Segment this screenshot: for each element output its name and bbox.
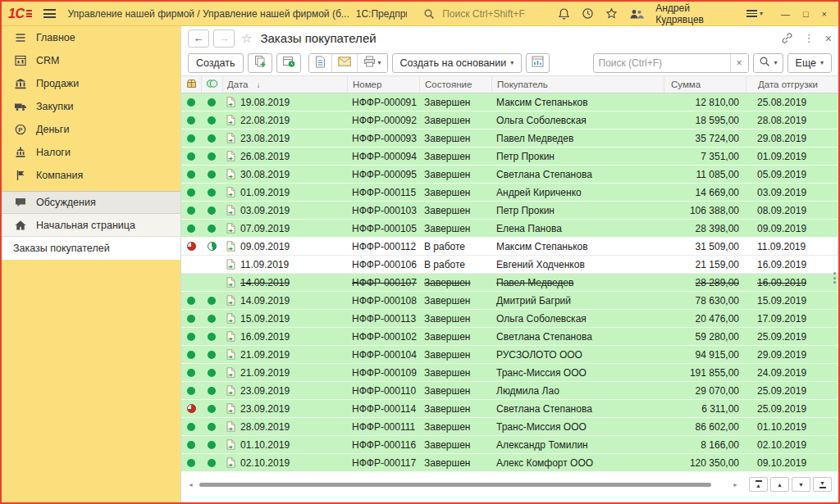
shipment-status-cell <box>181 98 201 107</box>
table-row[interactable]: 03.09.2019НФФР-000103ЗавершенПетр Прокин… <box>181 202 838 220</box>
sidebar-item-sales[interactable]: Продажи <box>2 72 180 95</box>
sidebar-item-home[interactable]: Начальная страница <box>2 214 180 237</box>
state-cell: Завершен <box>419 367 491 379</box>
list-search-input[interactable] <box>594 57 730 69</box>
back-button[interactable]: ← <box>188 30 209 48</box>
go-last-button[interactable]: ▼ <box>813 477 832 492</box>
status-indicator-green <box>208 387 216 395</box>
table-row[interactable]: 21.09.2019НФФР-000104ЗавершенРУСЗОЛОТО О… <box>181 346 838 364</box>
sales-icon <box>13 77 28 90</box>
table-row[interactable]: 09.09.2019НФФР-000112В работеМаксим Степ… <box>181 238 838 256</box>
sidebar-item-customer-orders[interactable]: Заказы покупателей <box>2 237 180 260</box>
table-row[interactable]: 26.08.2019НФФР-000094ЗавершенПетр Прокин… <box>181 148 838 166</box>
window-title: Управление нашей фирмой / Управление наш… <box>67 8 407 20</box>
service-menu-icon[interactable]: ▾ <box>746 8 763 18</box>
sum-cell: 7 351,00 <box>664 151 746 162</box>
table-row[interactable]: 28.09.2019НФФР-000111ЗавершенТранс-Мисси… <box>181 418 838 436</box>
sidebar-item-discussions[interactable]: Обсуждения <box>2 191 180 214</box>
main-menu-hamburger-icon[interactable] <box>43 9 56 18</box>
sum-cell: 78 630,00 <box>664 295 746 306</box>
kebab-menu-icon[interactable]: ⋮ <box>804 32 815 44</box>
state-cell: Завершен <box>419 421 491 433</box>
add-to-favorites-star-icon[interactable]: ☆ <box>241 31 252 46</box>
payment-column-header[interactable] <box>201 76 222 93</box>
forward-button[interactable]: → <box>213 30 235 48</box>
date-cell: 23.09.2019 <box>222 385 347 397</box>
reports-button[interactable] <box>526 53 550 73</box>
notifications-bell-icon[interactable] <box>558 7 570 20</box>
payment-status-cell <box>201 297 222 305</box>
favorites-star-icon[interactable] <box>605 7 618 20</box>
user-name[interactable]: Андрей Кудрявцев <box>655 2 735 25</box>
sidebar-item-crm[interactable]: CRM <box>2 49 180 72</box>
customer-column-header[interactable]: Покупатель <box>491 76 664 93</box>
table-row[interactable]: 30.08.2019НФФР-000095ЗавершенСветлана Ст… <box>181 166 838 184</box>
app-window: 1С Управление нашей фирмой / Управление … <box>0 0 840 504</box>
state-column-header[interactable]: Состояние <box>419 76 491 93</box>
vertical-scrollbar-grip[interactable] <box>831 272 838 284</box>
sum-column-header[interactable]: Сумма <box>664 76 746 93</box>
table-row[interactable]: 14.09.2019НФФР-000108ЗавершенДмитрий Баг… <box>181 292 838 310</box>
sum-cell: 31 509,00 <box>664 241 746 252</box>
sidebar-item-main[interactable]: Главное <box>2 26 180 49</box>
sidebar-item-company[interactable]: Компания <box>2 164 180 187</box>
scroll-left-icon[interactable]: ◄ <box>188 482 194 488</box>
create-based-on-button[interactable]: Создать на основании▾ <box>392 53 523 73</box>
create-button[interactable]: Создать <box>188 53 244 73</box>
date-cell: 23.08.2019 <box>222 133 347 144</box>
global-search-input[interactable] <box>442 8 545 20</box>
sidebar-item-purchases[interactable]: Закупки <box>2 95 180 118</box>
table-row[interactable]: 14.09.2019НФФР-000107ЗавершенПавел Медве… <box>181 274 838 292</box>
send-email-button[interactable] <box>331 54 357 72</box>
table-row[interactable]: 07.09.2019НФФР-000105ЗавершенЕлена Панов… <box>181 220 838 238</box>
shipment-column-header[interactable] <box>181 76 201 93</box>
horizontal-scrollbar-thumb[interactable] <box>199 483 711 487</box>
horizontal-scrollbar[interactable] <box>199 482 727 488</box>
table-row[interactable]: 23.08.2019НФФР-000093ЗавершенПавел Медве… <box>181 129 838 148</box>
number-cell: НФФР-000111 <box>347 421 419 433</box>
status-indicator-green <box>208 423 216 431</box>
table-row[interactable]: 15.09.2019НФФР-000113ЗавершенОльга Собол… <box>181 310 838 328</box>
table-row[interactable]: 01.09.2019НФФР-000115ЗавершенАндрей Кири… <box>181 184 838 202</box>
table-row[interactable]: 02.10.2019НФФР-000117ЗавершенАлекс Комфо… <box>181 454 838 472</box>
set-period-button[interactable] <box>276 53 301 73</box>
page-up-button[interactable]: ▲ <box>770 477 789 492</box>
close-form-button[interactable]: × <box>825 32 832 45</box>
table-row[interactable]: 19.08.2019НФФР-000091ЗавершенМаксим Степ… <box>181 93 838 111</box>
attach-file-button[interactable] <box>309 54 331 72</box>
date-cell: 07.09.2019 <box>222 223 347 234</box>
go-first-button[interactable]: ▲ <box>749 477 768 492</box>
ship-date-column-header[interactable]: Дата отгрузки <box>746 76 838 93</box>
close-window-button[interactable]: × <box>822 9 827 19</box>
sidebar-item-label: Компания <box>36 170 83 181</box>
global-search[interactable] <box>420 8 545 20</box>
number-column-header[interactable]: Номер <box>347 76 419 93</box>
page-down-button[interactable]: ▼ <box>792 477 810 492</box>
table-row[interactable]: 23.09.2019НФФР-000114ЗавершенСветлана Ст… <box>181 400 838 418</box>
number-cell: НФФР-000107 <box>347 277 419 288</box>
copy-document-button[interactable] <box>248 53 272 73</box>
collaboration-users-icon[interactable] <box>629 8 644 20</box>
print-button[interactable]: ▾ <box>357 54 387 72</box>
table-row[interactable]: 11.09.2019НФФР-000106В работеЕвгений Ход… <box>181 256 838 274</box>
clear-search-button[interactable]: × <box>730 54 748 72</box>
search-options-button[interactable]: ▾ <box>753 53 783 73</box>
get-link-icon[interactable] <box>781 32 793 44</box>
sidebar-item-money[interactable]: РДеньги <box>2 118 180 141</box>
status-indicator-green <box>208 351 216 359</box>
minimize-button[interactable]: — <box>781 9 790 19</box>
table-row[interactable]: 23.09.2019НФФР-000110ЗавершенЛюдмила Лао… <box>181 382 838 400</box>
sidebar-item-taxes[interactable]: Налоги <box>2 141 180 164</box>
table-row[interactable]: 21.09.2019НФФР-000109ЗавершенТранс-Мисси… <box>181 364 838 382</box>
history-clock-icon[interactable] <box>582 7 594 20</box>
date-column-header[interactable]: Дата↓ <box>222 76 347 93</box>
scroll-right-icon[interactable]: ► <box>733 482 738 488</box>
number-cell: НФФР-000109 <box>347 367 419 379</box>
table-row[interactable]: 22.08.2019НФФР-000092ЗавершенОльга Собол… <box>181 111 838 129</box>
table-row[interactable]: 01.10.2019НФФР-000116ЗавершенАлександр Т… <box>181 436 838 454</box>
table-row[interactable]: 16.09.2019НФФР-000102ЗавершенСветлана Ст… <box>181 328 838 346</box>
more-button[interactable]: Еще▾ <box>788 53 832 73</box>
state-cell: Завершен <box>419 151 491 162</box>
maximize-button[interactable]: □ <box>803 9 809 19</box>
customer-cell: Людмила Лао <box>491 385 664 397</box>
